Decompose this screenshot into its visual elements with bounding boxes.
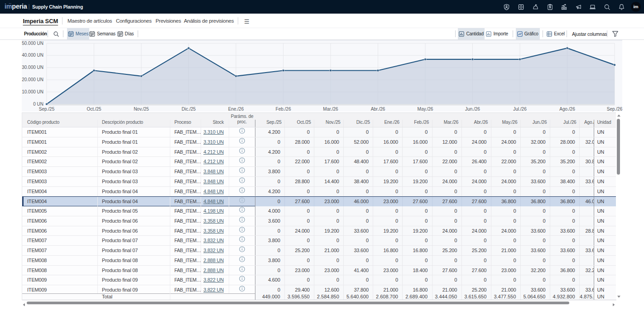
svg-text:Oct./25: Oct./25 — [87, 107, 101, 112]
svg-text:Ene./26: Ene./26 — [228, 107, 244, 112]
svg-text:50.000 UN: 50.000 UN — [22, 41, 43, 46]
svg-text:Dic./25: Dic./25 — [182, 107, 196, 112]
svg-text:10.000 UN: 10.000 UN — [22, 89, 43, 94]
svg-text:0 UN: 0 UN — [33, 102, 43, 107]
svg-text:Mar./26: Mar./26 — [323, 107, 338, 112]
svg-text:Ago./26: Ago./26 — [559, 107, 575, 112]
svg-text:40.000 UN: 40.000 UN — [22, 53, 43, 58]
svg-text:20.000 UN: 20.000 UN — [22, 77, 43, 82]
svg-text:May./26: May./26 — [418, 107, 433, 112]
svg-text:Sep./26: Sep./26 — [607, 107, 622, 112]
svg-text:Jul./26: Jul./26 — [513, 107, 527, 112]
svg-text:Nov./25: Nov./25 — [134, 107, 149, 112]
svg-text:Sep./25: Sep./25 — [39, 107, 55, 112]
svg-text:Jun./26: Jun./26 — [465, 107, 480, 112]
svg-text:Abr./26: Abr./26 — [371, 107, 385, 112]
svg-text:Feb./26: Feb./26 — [276, 107, 291, 112]
svg-text:30.000 UN: 30.000 UN — [22, 65, 43, 70]
